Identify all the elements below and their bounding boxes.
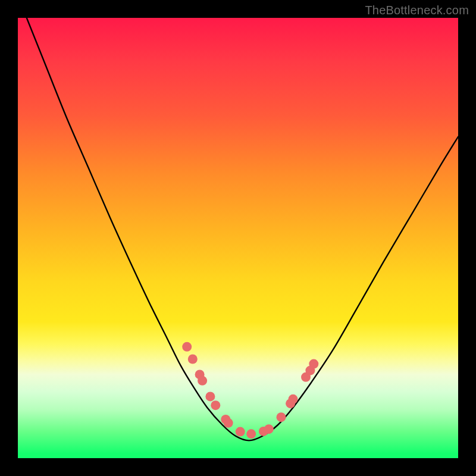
curve-dots [182, 342, 318, 439]
plot-area [18, 18, 458, 458]
curve-dot [205, 392, 215, 401]
curve-dot [236, 427, 245, 437]
curve-dot [309, 359, 318, 369]
curve-dot [188, 355, 198, 364]
curve-dot [264, 424, 274, 434]
curve-dot [224, 418, 233, 428]
curve-dot [246, 429, 256, 439]
curve-dot [289, 394, 298, 404]
chart-frame: TheBottleneck.com [0, 0, 476, 476]
watermark-text: TheBottleneck.com [365, 4, 469, 17]
curve-dot [211, 400, 220, 410]
bottleneck-curve [27, 18, 458, 440]
curve-dot [182, 342, 192, 352]
curve-dot [277, 412, 286, 422]
curve-dot [198, 376, 207, 386]
curve-svg [18, 18, 458, 458]
